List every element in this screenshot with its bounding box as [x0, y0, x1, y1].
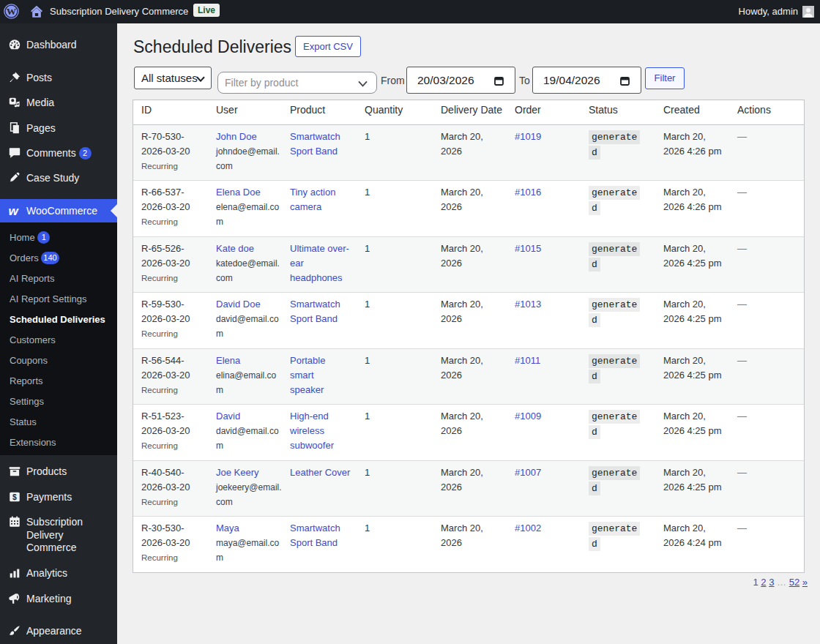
svg-text:W: W [7, 6, 17, 17]
svg-text:$: $ [12, 493, 17, 501]
svg-text:w: w [8, 204, 19, 218]
